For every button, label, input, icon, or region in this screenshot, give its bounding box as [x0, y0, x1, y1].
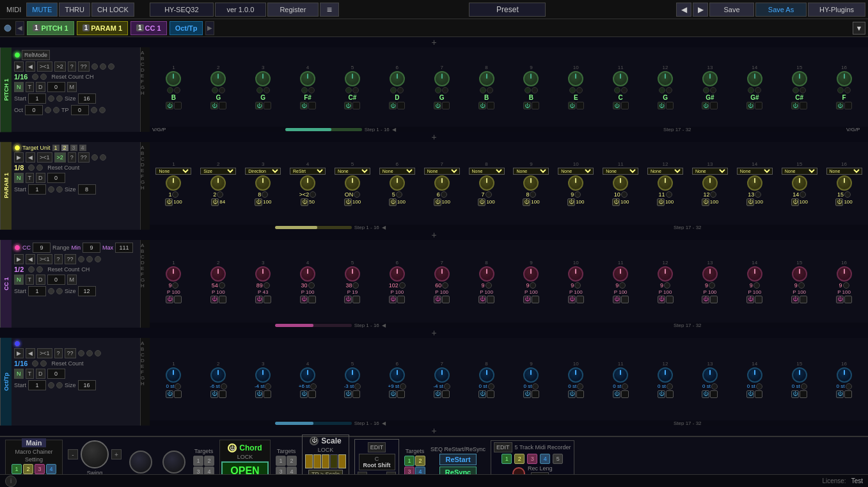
pitch-step-btn2-5[interactable]	[352, 87, 359, 93]
pitch-pwr-8[interactable]: ⏻	[478, 102, 486, 109]
param-pwr-12[interactable]: ⏻	[657, 198, 665, 206]
cc-knob-10[interactable]	[568, 266, 583, 282]
add-lane-middle2[interactable]: +	[0, 230, 868, 240]
cc-lock-8[interactable]	[485, 282, 492, 289]
cc-pwr-9[interactable]: ⏻	[523, 296, 531, 303]
pitch-knob-13[interactable]	[702, 71, 718, 86]
cc-pwr-15[interactable]: ⏻	[791, 296, 799, 303]
hy-plugins-button[interactable]: HY-Plugins	[808, 3, 865, 17]
cc-min-input[interactable]	[83, 243, 100, 253]
cc-mute-4[interactable]	[308, 296, 316, 303]
pitch-pwr-1[interactable]: ⏻	[166, 102, 173, 109]
dot-3[interactable]: 3	[35, 464, 45, 474]
oct-knob-8[interactable]	[479, 367, 494, 383]
param-pwr-8[interactable]: ⏻	[478, 198, 485, 206]
dot-4[interactable]: 4	[46, 464, 56, 474]
pitch-step-btn2-1[interactable]	[174, 87, 180, 93]
pitch-step-btn2-12[interactable]	[666, 87, 672, 93]
oct-knob-4[interactable]	[300, 367, 315, 383]
oct-mute-9[interactable]	[532, 390, 539, 398]
oct-pwr-16[interactable]: ⏻	[836, 390, 844, 398]
cc-d[interactable]: D	[36, 275, 45, 285]
cc-q[interactable]: ?	[54, 254, 63, 264]
cc-pwr-6[interactable]: ⏻	[389, 296, 397, 303]
dot-1[interactable]: 1	[12, 464, 22, 474]
oct-pwr-6[interactable]: ⏻	[389, 390, 397, 398]
pitch-step-btn2-7[interactable]	[442, 87, 448, 93]
save-as-button[interactable]: Save As	[755, 3, 807, 17]
swing-minus[interactable]: -	[68, 449, 78, 459]
param-lock-10[interactable]	[574, 191, 581, 198]
piano-key-1[interactable]	[305, 454, 313, 468]
rec-dot-1[interactable]: 1	[501, 454, 512, 464]
param-lock-15[interactable]	[800, 191, 806, 198]
pitch-step-btn-13[interactable]	[703, 87, 709, 93]
param-dd-8[interactable]: None	[469, 168, 505, 175]
param-knob-16[interactable]	[837, 175, 852, 191]
oct-mute-16[interactable]	[844, 390, 852, 398]
oct-knob-13[interactable]	[702, 367, 718, 383]
oct-mute-14[interactable]	[755, 390, 762, 398]
param-pwr-7[interactable]: ⏻	[434, 198, 441, 206]
pitch-step-btn-5[interactable]	[345, 87, 352, 93]
cc-pwr-5[interactable]: ⏻	[344, 296, 352, 303]
cc-t[interactable]: T	[26, 275, 35, 285]
cc-pwr-11[interactable]: ⏻	[613, 296, 620, 303]
cc-knob-16[interactable]	[837, 266, 852, 282]
param-dd-1[interactable]: None	[155, 168, 191, 175]
oct-lock-6[interactable]	[400, 383, 406, 390]
oct-mute-15[interactable]	[800, 390, 807, 398]
oct-knob-6[interactable]	[390, 367, 405, 383]
pitch-knob-1[interactable]	[166, 71, 181, 86]
pitch-step-btn2-14[interactable]	[755, 87, 761, 93]
param-pwr-14[interactable]: ⏻	[746, 198, 754, 206]
param-knob-10[interactable]	[568, 175, 583, 191]
cc-lock-2[interactable]	[219, 282, 225, 289]
param-pwr-9[interactable]: ⏻	[523, 198, 530, 206]
cc-mute-2[interactable]	[219, 296, 226, 303]
param-lock-6[interactable]	[396, 191, 402, 198]
param-lock-3[interactable]	[262, 191, 268, 198]
pitch-pwr-4[interactable]: ⏻	[300, 102, 308, 109]
oct-knob-16[interactable]	[837, 367, 852, 383]
oct-knob-11[interactable]	[613, 367, 628, 383]
oct-knob-3[interactable]	[255, 367, 271, 383]
pitch-step-btn-10[interactable]	[569, 87, 576, 93]
cc-max-input[interactable]	[115, 243, 133, 253]
pitch-knob-12[interactable]	[658, 71, 673, 86]
oct-mute-12[interactable]	[666, 390, 674, 398]
pitch-step-btn2-6[interactable]	[397, 87, 404, 93]
cc-pwr-4[interactable]: ⏻	[300, 296, 308, 303]
rec-dot-4[interactable]: 4	[540, 454, 550, 464]
oct-pwr-13[interactable]: ⏻	[702, 390, 709, 398]
cc-pwr-7[interactable]: ⏻	[434, 296, 441, 303]
pitch-pwr-7[interactable]: ⏻	[434, 102, 441, 109]
pitch-qq[interactable]: ??	[78, 61, 90, 72]
cc-mute-8[interactable]	[487, 296, 494, 303]
oct-qq[interactable]: ??	[65, 348, 76, 358]
param-lock-7[interactable]	[441, 191, 447, 198]
oct-knob-15[interactable]	[792, 367, 807, 383]
chord-power[interactable]: ⏻	[228, 443, 237, 452]
pitch-d[interactable]: D	[36, 82, 45, 92]
cc-mute-3[interactable]	[264, 296, 271, 303]
param-knob-14[interactable]	[747, 175, 762, 191]
add-lane-bottom[interactable]: +	[0, 426, 868, 436]
oct-knob-12[interactable]	[658, 367, 673, 383]
pitch-knob-9[interactable]	[523, 71, 539, 86]
oct-pwr-3[interactable]: ⏻	[255, 390, 263, 398]
piano-key-2[interactable]	[313, 454, 321, 468]
pitch-pwr-13[interactable]: ⏻	[702, 102, 709, 109]
param-d[interactable]: D	[36, 173, 45, 183]
oct-count-input[interactable]	[47, 369, 65, 379]
pitch-step-btn-14[interactable]	[748, 87, 754, 93]
oct-lock-4[interactable]	[310, 383, 317, 390]
add-lane-middle1[interactable]: +	[0, 132, 868, 142]
tgt2-2[interactable]: 2	[287, 456, 297, 466]
pitch-step-btn-8[interactable]	[480, 87, 486, 93]
pitch-step-btn2-3[interactable]	[264, 87, 270, 93]
cc-back[interactable]: ◀	[26, 254, 35, 264]
pitch-size-input[interactable]	[78, 93, 96, 104]
pitch-pwr-12[interactable]: ⏻	[658, 102, 665, 109]
cc-knob-14[interactable]	[747, 266, 762, 282]
